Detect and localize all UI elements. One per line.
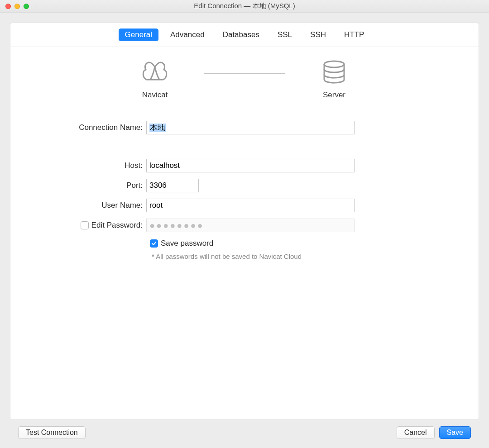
connection-name-input[interactable]: 本地 xyxy=(146,121,355,134)
window-title: Edit Connection — 本地 (MySQL) xyxy=(0,2,489,10)
diagram-connector xyxy=(204,73,285,74)
diagram-navicat-label: Navicat xyxy=(142,91,168,100)
save-button[interactable]: Save xyxy=(439,426,471,439)
row-connection-name: Connection Name: 本地 xyxy=(10,118,479,138)
port-input[interactable] xyxy=(146,179,199,192)
connection-diagram: Navicat Server xyxy=(10,47,479,104)
row-username: User Name: xyxy=(10,195,479,215)
edit-connection-window: Edit Connection — 本地 (MySQL) General Adv… xyxy=(0,0,489,448)
host-label: Host: xyxy=(10,161,146,170)
username-input[interactable] xyxy=(146,199,355,212)
diagram-server: Server xyxy=(298,60,370,100)
connection-name-value: 本地 xyxy=(149,124,166,132)
row-port: Port: xyxy=(10,176,479,195)
tabs: General Advanced Databases SSL SSH HTTP xyxy=(10,23,479,47)
tab-http[interactable]: HTTP xyxy=(338,29,370,41)
form: Connection Name: 本地 Host: Port: xyxy=(10,104,479,260)
diagram-navicat: Navicat xyxy=(119,60,191,100)
test-connection-button[interactable]: Test Connection xyxy=(18,426,86,439)
edit-password-label: Edit Password: xyxy=(91,221,143,230)
row-save-password: Save password xyxy=(10,239,479,248)
footer: Test Connection Cancel Save xyxy=(10,420,479,442)
navicat-icon xyxy=(140,60,169,85)
tab-advanced[interactable]: Advanced xyxy=(164,29,211,41)
edit-password-checkbox[interactable] xyxy=(81,221,89,229)
connection-name-label: Connection Name: xyxy=(10,123,146,132)
cancel-button[interactable]: Cancel xyxy=(397,426,435,439)
password-masked: ●●●●●●●● xyxy=(147,221,204,230)
row-edit-password: Edit Password: ●●●●●●●● xyxy=(10,215,479,235)
titlebar: Edit Connection — 本地 (MySQL) xyxy=(0,0,489,13)
content-area: General Advanced Databases SSL SSH HTTP xyxy=(0,13,489,448)
password-input[interactable]: ●●●●●●●● xyxy=(146,219,355,232)
host-input[interactable] xyxy=(146,159,355,172)
tab-databases[interactable]: Databases xyxy=(216,29,266,41)
username-label: User Name: xyxy=(10,201,146,210)
port-label: Port: xyxy=(10,181,146,190)
row-host: Host: xyxy=(10,156,479,176)
password-note: * All passwords will not be saved to Nav… xyxy=(10,253,479,260)
save-password-label: Save password xyxy=(161,239,213,248)
tab-general[interactable]: General xyxy=(119,29,158,41)
svg-point-0 xyxy=(324,61,344,67)
diagram-server-label: Server xyxy=(323,91,345,100)
database-icon xyxy=(320,60,349,85)
tab-ssh[interactable]: SSH xyxy=(304,29,332,41)
save-password-checkbox[interactable] xyxy=(150,239,158,248)
settings-panel: General Advanced Databases SSL SSH HTTP xyxy=(10,23,479,420)
tab-ssl[interactable]: SSL xyxy=(271,29,298,41)
